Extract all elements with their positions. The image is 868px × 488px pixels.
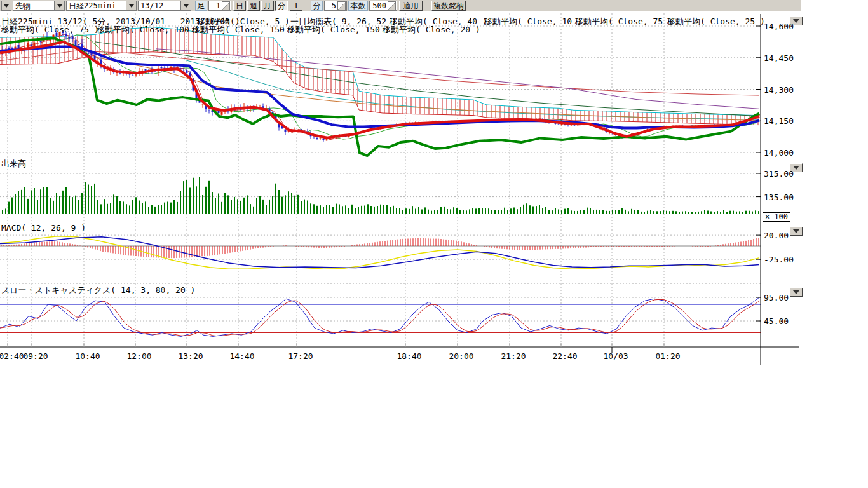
chevron-down-icon — [793, 19, 799, 23]
chevron-down-icon — [793, 290, 799, 294]
chevron-down-icon — [793, 229, 799, 233]
chart-canvas[interactable] — [0, 0, 868, 488]
volume-multiplier-badge: × 100 — [763, 212, 790, 222]
volume-panel-menu-button[interactable] — [790, 163, 803, 172]
volume-panel-label: 出来高 — [1, 159, 26, 168]
price-panel-menu-button[interactable] — [790, 17, 803, 25]
macd-panel-menu-button[interactable] — [790, 227, 803, 236]
stochastics-panel-menu-button[interactable] — [790, 288, 803, 297]
chevron-down-icon — [793, 166, 799, 170]
stochastics-panel-label: スロー・ストキャスティクス( 14, 3, 80, 20 ) — [1, 286, 195, 294]
chart-application-window: 先物 日経225mini 13/12 足 1 日 週 月 分 T 分 5 本数 … — [0, 0, 868, 488]
macd-panel-label: MACD( 12, 26, 9 ) — [1, 224, 86, 232]
